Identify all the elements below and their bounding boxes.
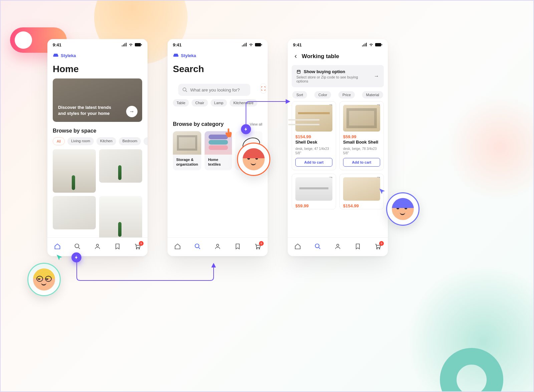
chip-kitchenware[interactable]: Kitchenware [230, 99, 257, 107]
gallery-tile[interactable] [99, 196, 142, 237]
svg-point-18 [376, 248, 377, 249]
svg-rect-15 [297, 70, 300, 73]
search-chips: Table Chair Lamp Kitchenware [168, 99, 268, 107]
svg-point-12 [259, 248, 260, 249]
battery-icon [255, 43, 262, 47]
product-card[interactable]: $154.99 [339, 174, 384, 209]
svg-point-3 [96, 244, 99, 246]
add-to-cart-button[interactable]: Add to cart [295, 158, 332, 167]
gallery-tile[interactable] [53, 149, 96, 193]
svg-point-5 [139, 248, 140, 249]
store-icon [296, 69, 301, 74]
product-card[interactable]: $154.99 Shell Desk desk, beige, 47 1/4x2… [292, 101, 336, 170]
brand: Styleka [168, 50, 268, 60]
category-storage[interactable]: Storage & organization [173, 131, 201, 170]
hero-arrow[interactable]: → [126, 106, 138, 117]
persona-avatar [386, 192, 420, 226]
svg-rect-0 [135, 43, 141, 46]
filter-sort[interactable]: Sort [292, 91, 307, 99]
chip-bathroom[interactable]: Bathroom [144, 137, 148, 145]
chip-table[interactable]: Table [173, 99, 189, 107]
hero-banner[interactable]: Discover the latest trends and styles fo… [53, 78, 142, 122]
product-price: $59.99 [295, 203, 332, 208]
status-bar: 9:41 [47, 39, 148, 50]
wifi-icon [128, 43, 134, 47]
search-input[interactable] [190, 87, 246, 92]
svg-point-19 [379, 248, 380, 249]
view-all-link[interactable]: View all [250, 122, 262, 126]
bg-blob-pink [447, 94, 534, 201]
nav-cart[interactable]: 9 [374, 243, 381, 251]
phone-home: 9:41 Styleka Home Discover the latest tr… [47, 39, 148, 256]
filter-row: Sort Color Price Material [288, 87, 388, 101]
section-label: Browse by space [47, 122, 148, 137]
cart-badge: 9 [259, 241, 264, 246]
chip-chair[interactable]: Chair [192, 99, 208, 107]
brand: Styleka [47, 50, 148, 60]
chip-kitchen[interactable]: Kitchen [96, 137, 116, 145]
nav-search[interactable] [314, 243, 321, 251]
product-price: $154.99 [295, 134, 332, 139]
svg-point-11 [256, 248, 257, 249]
arrow-right-icon: → [374, 73, 379, 79]
nav-home[interactable] [174, 243, 181, 251]
product-name: Shell Desk [295, 140, 332, 145]
nav-bookmarks[interactable] [114, 243, 121, 251]
nav-search[interactable] [74, 243, 81, 251]
svg-point-10 [217, 244, 219, 246]
svg-point-2 [75, 244, 79, 248]
nav-cart[interactable]: 9 [134, 243, 141, 251]
search-input-wrap[interactable] [178, 84, 250, 96]
nav-bookmarks[interactable] [354, 243, 361, 251]
buying-title: Show buying option [304, 69, 345, 74]
status-bar: 9:41 [168, 39, 268, 50]
cart-badge: 9 [379, 241, 384, 246]
nav-home[interactable] [54, 243, 61, 251]
product-card[interactable]: $59.99 Small Book Shell desk, beige, 78 … [339, 101, 384, 170]
status-time: 9:41 [53, 42, 61, 47]
filter-price[interactable]: Price [338, 91, 355, 99]
product-image [343, 177, 380, 201]
filter-material[interactable]: Material [362, 91, 383, 99]
buying-subtitle: Select store or Zip code to see buying o… [296, 75, 370, 83]
gallery-tile[interactable] [99, 149, 142, 183]
buying-option[interactable]: Show buying option Select store or Zip c… [292, 65, 384, 87]
wifi-icon [368, 43, 374, 47]
search-icon [182, 87, 188, 92]
gallery-tile[interactable] [53, 196, 96, 229]
chip-bedroom[interactable]: Bedroom [119, 137, 141, 145]
cursor-icon [378, 188, 386, 195]
nav-cart[interactable]: 9 [254, 243, 261, 251]
hero-text: Discover the latest trends and styles fo… [58, 105, 111, 117]
phone-results: 9:41 Working table Show buying option Se… [288, 39, 388, 256]
nav-search[interactable] [194, 243, 201, 251]
scan-button[interactable] [260, 83, 266, 93]
nav-profile[interactable] [334, 243, 341, 251]
svg-rect-6 [255, 43, 261, 46]
persona-avatar [237, 143, 270, 176]
battery-icon [135, 43, 142, 47]
signal-icon [242, 43, 247, 47]
bottom-nav: 9 [47, 237, 148, 256]
nav-home[interactable] [294, 243, 301, 251]
chip-living-room[interactable]: Living room [67, 137, 94, 145]
product-price: $154.99 [343, 203, 380, 208]
product-card[interactable]: $59.99 [292, 174, 336, 209]
svg-point-17 [337, 244, 339, 246]
status-bar: 9:41 [288, 39, 388, 50]
persona-avatar [27, 263, 61, 296]
nav-profile[interactable] [94, 243, 101, 251]
category-image [173, 131, 201, 155]
svg-point-16 [315, 244, 319, 248]
nav-profile[interactable] [214, 243, 221, 251]
back-icon[interactable] [293, 54, 298, 59]
svg-rect-13 [375, 43, 381, 46]
nav-bookmarks[interactable] [234, 243, 241, 251]
tap-hand-icon [224, 128, 234, 141]
product-price: $59.99 [343, 134, 380, 139]
filter-color[interactable]: Color [314, 91, 331, 99]
space-chips: All Living room Kitchen Bedroom Bathroom [47, 137, 148, 145]
chip-lamp[interactable]: Lamp [211, 99, 227, 107]
chip-all[interactable]: All [53, 137, 65, 145]
add-to-cart-button[interactable]: Add to cart [343, 158, 380, 167]
